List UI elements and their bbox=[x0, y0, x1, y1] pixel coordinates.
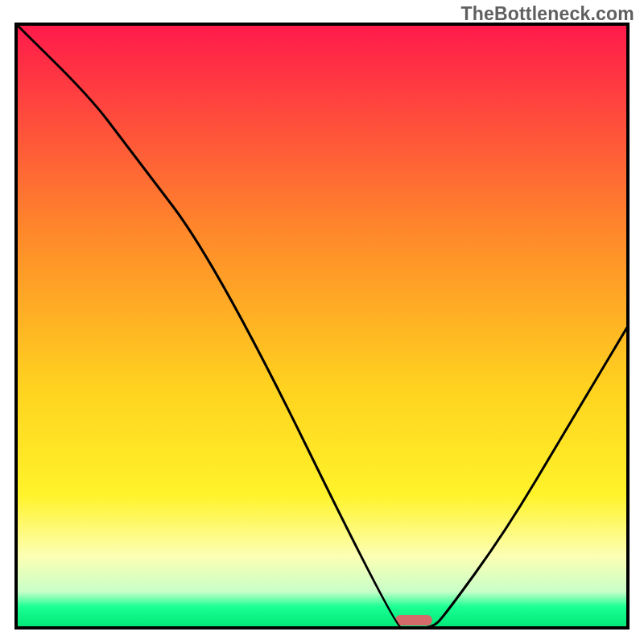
chart-container: TheBottleneck.com bbox=[0, 0, 644, 644]
gradient-background bbox=[16, 24, 628, 628]
bottleneck-chart bbox=[0, 0, 644, 644]
plot-area bbox=[16, 24, 628, 628]
watermark-text: TheBottleneck.com bbox=[460, 3, 634, 25]
highlight-marker bbox=[395, 615, 432, 625]
